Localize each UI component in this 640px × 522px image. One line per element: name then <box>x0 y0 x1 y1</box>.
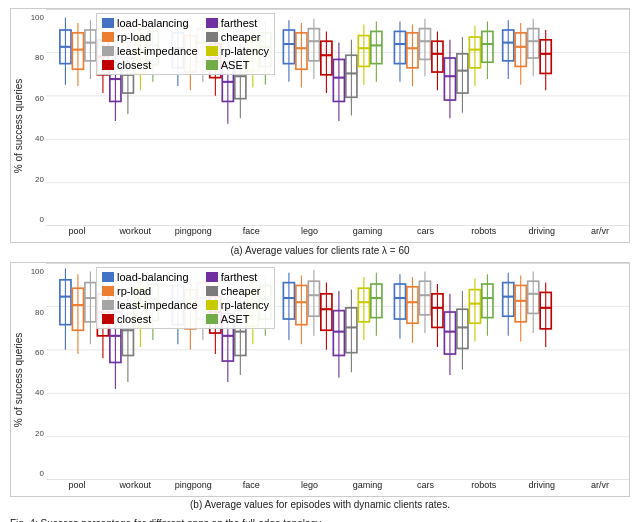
legend-label-b-li: least-impedance <box>117 299 198 311</box>
legend-color-lb <box>102 18 114 28</box>
legend-label-b-cheap: cheaper <box>221 285 261 297</box>
legend-color-b-lb <box>102 272 114 282</box>
legend-label-lb: load-balancing <box>117 17 189 29</box>
legend-item-b-cheap: cheaper <box>206 285 269 297</box>
fig-caption: Fig. 4: Success percentage for different… <box>10 516 630 522</box>
x-label: workout <box>106 480 164 496</box>
legend-item-rplat: rp-latency <box>206 45 269 57</box>
legend-label-cl: closest <box>117 59 151 71</box>
legend-item-li: least-impedance <box>102 45 198 57</box>
x-label: ar/vr <box>571 480 629 496</box>
x-label: lego <box>280 226 338 242</box>
legend-col-2: farthest cheaper rp-latency ASET <box>206 17 269 71</box>
legend-color-rplat <box>206 46 218 56</box>
legend-item-far: farthest <box>206 17 269 29</box>
legend-item-b-far: farthest <box>206 271 269 283</box>
legend-b: load-balancing rp-load least-impedance c… <box>96 267 275 329</box>
legend-label-aset: ASET <box>221 59 250 71</box>
legend-label-b-cl: closest <box>117 313 151 325</box>
legend-label-b-rplat: rp-latency <box>221 299 269 311</box>
legend-col-1: load-balancing rp-load least-impedance c… <box>102 17 198 71</box>
legend-item-lb: load-balancing <box>102 17 198 29</box>
x-label: pool <box>48 226 106 242</box>
legend-label-b-lb: load-balancing <box>117 271 189 283</box>
chart-b-area: % of success queries 100 80 60 40 20 0 <box>10 262 630 497</box>
legend-item-cheap: cheaper <box>206 31 269 43</box>
legend-color-rpl <box>102 32 114 42</box>
x-label: robots <box>455 226 513 242</box>
legend-item-b-aset: ASET <box>206 313 269 325</box>
x-label: driving <box>513 480 571 496</box>
x-label: cars <box>397 226 455 242</box>
legend-label-b-aset: ASET <box>221 313 250 325</box>
legend-label-li: least-impedance <box>117 45 198 57</box>
legend-color-b-far <box>206 272 218 282</box>
x-label: ar/vr <box>571 226 629 242</box>
legend-color-b-cl <box>102 314 114 324</box>
legend-item-b-rplat: rp-latency <box>206 299 269 311</box>
legend-a: load-balancing rp-load least-impedance c… <box>96 13 275 75</box>
legend-item-cl: closest <box>102 59 198 71</box>
legend-label-far: farthest <box>221 17 258 29</box>
chart-a-block: % of success queries 100 80 60 40 20 0 <box>10 8 630 258</box>
legend-item-aset: ASET <box>206 59 269 71</box>
x-label: robots <box>455 480 513 496</box>
y-axis-label-a: % of success queries <box>11 9 26 242</box>
legend-col-b2: farthest cheaper rp-latency ASET <box>206 271 269 325</box>
x-axis-labels-a: pool workout pingpong face lego gaming c… <box>46 226 629 242</box>
legend-color-b-rplat <box>206 300 218 310</box>
y-axis-label-b: % of success queries <box>11 263 26 496</box>
x-label: pingpong <box>164 226 222 242</box>
legend-item-b-li: least-impedance <box>102 299 198 311</box>
legend-color-cl <box>102 60 114 70</box>
legend-item-b-lb: load-balancing <box>102 271 198 283</box>
page-container: % of success queries 100 80 60 40 20 0 <box>0 0 640 522</box>
chart-a-area: % of success queries 100 80 60 40 20 0 <box>10 8 630 243</box>
legend-item-b-cl: closest <box>102 313 198 325</box>
legend-color-b-rpl <box>102 286 114 296</box>
legend-label-b-far: farthest <box>221 271 258 283</box>
legend-color-b-cheap <box>206 286 218 296</box>
legend-color-cheap <box>206 32 218 42</box>
legend-color-b-li <box>102 300 114 310</box>
legend-label-rpl: rp-load <box>117 31 151 43</box>
legend-color-aset <box>206 60 218 70</box>
caption-a: (a) Average values for clients rate λ = … <box>10 243 630 258</box>
legend-label-cheap: cheaper <box>221 31 261 43</box>
x-label: driving <box>513 226 571 242</box>
x-label: workout <box>106 226 164 242</box>
legend-col-b1: load-balancing rp-load least-impedance c… <box>102 271 198 325</box>
y-ticks-a: 100 80 60 40 20 0 <box>26 9 46 242</box>
x-label: pingpong <box>164 480 222 496</box>
legend-label-b-rpl: rp-load <box>117 285 151 297</box>
legend-label-rplat: rp-latency <box>221 45 269 57</box>
legend-color-far <box>206 18 218 28</box>
x-label: cars <box>397 480 455 496</box>
x-label: gaming <box>338 480 396 496</box>
x-label: gaming <box>338 226 396 242</box>
x-label: face <box>222 226 280 242</box>
legend-color-li <box>102 46 114 56</box>
legend-item-rpl: rp-load <box>102 31 198 43</box>
y-ticks-b: 100 80 60 40 20 0 <box>26 263 46 496</box>
x-label: lego <box>280 480 338 496</box>
x-label: face <box>222 480 280 496</box>
x-axis-labels-b: pool workout pingpong face lego gaming c… <box>46 480 629 496</box>
caption-b: (b) Average values for episodes with dyn… <box>10 497 630 512</box>
x-label: pool <box>48 480 106 496</box>
chart-b-block: % of success queries 100 80 60 40 20 0 <box>10 262 630 512</box>
legend-item-b-rpl: rp-load <box>102 285 198 297</box>
legend-color-b-aset <box>206 314 218 324</box>
